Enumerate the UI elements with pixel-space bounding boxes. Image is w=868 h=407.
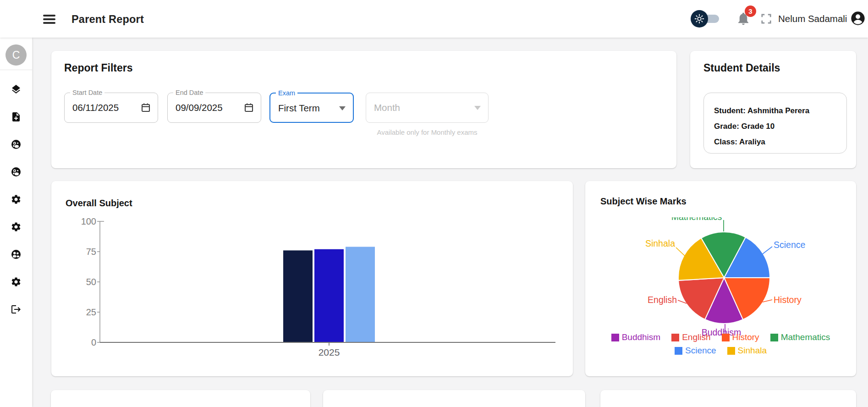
fullscreen-icon: [760, 13, 772, 25]
month-select-disabled: Month: [366, 93, 489, 123]
notifications-button[interactable]: 3: [735, 9, 755, 28]
y-axis-tick-label: 75: [86, 247, 96, 257]
student-face-icon: [11, 139, 22, 150]
month-helper-text: Available only for Monthly exams: [372, 128, 482, 136]
legend-swatch: [675, 347, 682, 355]
bottom-card-partial: [600, 390, 856, 407]
calendar-icon[interactable]: [140, 102, 151, 113]
user-name[interactable]: Nelum Sadamali: [778, 13, 847, 24]
student-details-title: Student Details: [703, 62, 780, 74]
sidebar-item-layers[interactable]: [6, 79, 26, 99]
sidebar-divider: [0, 70, 32, 70]
legend-label: Science: [685, 346, 716, 356]
note-add-icon: [11, 111, 22, 122]
start-date-field[interactable]: Start Date 06/11/2025: [64, 93, 158, 123]
y-axis-tick-label: 100: [81, 216, 96, 226]
pie-label-leader: [676, 248, 685, 256]
bottom-card-partial: [323, 390, 585, 407]
settings-icon: [11, 221, 22, 232]
overall-subject-card: Overall Subject 02550751002025: [51, 181, 573, 376]
pie-label-science: Science: [774, 240, 805, 250]
bottom-card-partial: [51, 390, 310, 407]
sidebar: C: [0, 38, 32, 407]
student-grade-line: Grade: Grade 10: [714, 122, 775, 131]
chevron-down-icon: [474, 106, 481, 110]
user-avatar-button[interactable]: [851, 11, 865, 26]
bar-series-3[interactable]: [346, 247, 375, 342]
filters-title: Report Filters: [64, 62, 133, 74]
legend-label: History: [732, 332, 759, 342]
settings-icon: [11, 276, 22, 287]
pie-legend-row: ScienceSinhala: [585, 346, 856, 356]
sidebar-item-student-face[interactable]: [6, 134, 26, 154]
pie-label-sinhala: Sinhala: [645, 238, 675, 248]
legend-swatch: [722, 334, 730, 341]
y-axis-tick-label: 50: [86, 277, 96, 287]
menu-icon[interactable]: [43, 13, 57, 25]
start-date-value: 06/11/2025: [72, 93, 119, 122]
y-axis-tick-label: 25: [86, 307, 96, 317]
toggle-thumb: [691, 10, 708, 28]
bar-chart: 02550751002025: [51, 181, 573, 376]
bar-series-1[interactable]: [283, 250, 313, 342]
legend-item-sinhala: Sinhala: [727, 346, 767, 356]
student-details-box: Student: Ashmitha Perera Grade: Grade 10…: [703, 93, 847, 154]
pie-legend-row: BuddhismEnglishHistoryMathematics: [585, 332, 856, 342]
sun-icon: [693, 13, 705, 25]
groups-icon: [11, 249, 22, 260]
student-details-card: Student Details Student: Ashmitha Perera…: [690, 51, 856, 168]
legend-item-science: Science: [675, 346, 716, 356]
dark-mode-toggle[interactable]: [691, 9, 720, 28]
chevron-down-icon: [339, 106, 346, 110]
student-class-line: Class: Araliya: [714, 138, 765, 147]
subject-wise-marks-card: Subject Wise Marks MathematicsScienceHis…: [585, 181, 856, 376]
legend-label: Mathematics: [781, 332, 830, 342]
pie-label-leader: [763, 247, 772, 254]
exam-select[interactable]: Exam First Term: [269, 93, 354, 123]
end-date-value: 09/09/2025: [176, 93, 223, 122]
top-bar: Parent Report 3 Nelum Sadamali: [0, 0, 868, 38]
account-circle-icon: [851, 11, 865, 26]
sidebar-item-groups[interactable]: [6, 244, 26, 264]
legend-item-english: English: [671, 332, 710, 342]
legend-swatch: [770, 334, 778, 341]
month-placeholder: Month: [374, 93, 400, 122]
logout-icon: [11, 304, 22, 315]
legend-label: Sinhala: [738, 346, 767, 356]
legend-label: English: [682, 332, 710, 342]
sidebar-item-settings[interactable]: [6, 189, 26, 209]
report-filters-card: Report Filters Start Date 06/11/2025 End…: [51, 51, 676, 168]
pie-label-mathematics: Mathematics: [671, 212, 722, 222]
legend-swatch: [611, 334, 619, 341]
legend-label: Buddhism: [622, 332, 661, 342]
sidebar-item-student-face[interactable]: [6, 162, 26, 182]
end-date-field[interactable]: End Date 09/09/2025: [167, 93, 261, 123]
exam-value: First Term: [278, 94, 320, 123]
page-title: Parent Report: [71, 13, 144, 26]
sidebar-item-note-add[interactable]: [6, 107, 26, 127]
legend-swatch: [671, 334, 679, 341]
pie-label-english: English: [648, 295, 677, 305]
fullscreen-button[interactable]: [760, 13, 772, 25]
pie-label-history: History: [774, 295, 802, 305]
legend-item-buddhism: Buddhism: [611, 332, 661, 342]
legend-item-history: History: [722, 332, 759, 342]
sidebar-avatar[interactable]: C: [5, 44, 27, 66]
calendar-icon[interactable]: [243, 102, 254, 113]
y-axis-tick-label: 0: [91, 337, 96, 347]
bar-series-2[interactable]: [314, 249, 344, 342]
sidebar-item-logout[interactable]: [6, 299, 26, 319]
sidebar-item-settings[interactable]: [6, 272, 26, 292]
layers-icon: [11, 84, 22, 95]
student-name-line: Student: Ashmitha Perera: [714, 106, 809, 116]
student-face-icon: [11, 166, 22, 177]
notification-badge: 3: [745, 6, 756, 17]
legend-item-mathematics: Mathematics: [770, 332, 830, 342]
category-label: 2025: [319, 347, 340, 358]
legend-swatch: [727, 347, 735, 355]
sidebar-item-settings[interactable]: [6, 217, 26, 237]
settings-icon: [11, 194, 22, 205]
